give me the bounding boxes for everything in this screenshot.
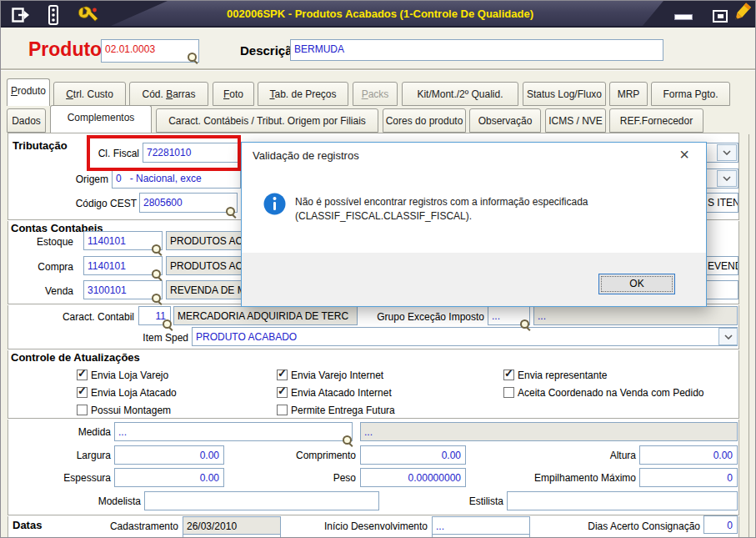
dias-acerto-field[interactable]: 0 (703, 515, 738, 534)
pencil-edit-icon[interactable] (731, 3, 753, 23)
checkbox-envia-loja-varejo[interactable]: ✓Envia Loja Varejo (77, 370, 168, 381)
compra-lookup-icon[interactable] (152, 269, 163, 280)
cest-field[interactable]: 2805600 (139, 193, 238, 213)
caract-lookup-icon[interactable] (163, 319, 173, 330)
espessura-field[interactable]: 0.00 (114, 468, 224, 487)
checkbox-envia-atacado-internet[interactable]: ✓Envia Atacado Internet (277, 387, 392, 399)
checkbox-label: Permite Entrega Futura (291, 405, 395, 416)
tab-tab-de-pre-os[interactable]: Tab. de Preços (258, 82, 348, 106)
section-divider (8, 515, 739, 515)
comprimento-field[interactable]: 0.00 (360, 445, 466, 465)
tab-foto[interactable]: Foto (213, 82, 254, 106)
right-edge-line (748, 134, 749, 537)
maximize-button[interactable] (713, 10, 728, 23)
minimize-button[interactable] (674, 14, 693, 20)
origem-field[interactable]: 0 - Nacional, exce (112, 168, 241, 189)
section-divider (8, 349, 739, 349)
comprimento-label: Comprimento (284, 450, 356, 461)
cest-lookup-icon[interactable] (226, 207, 237, 218)
tab-ctrl-custo[interactable]: Ctrl. Custo (53, 82, 126, 106)
checkbox-envia-varejo-internet[interactable]: ✓Envia Varejo Internet (277, 370, 383, 381)
tab-dados[interactable]: Dados (7, 108, 46, 133)
descricao-field[interactable]: BERMUDA (290, 39, 663, 61)
limite-pedido-field[interactable] (432, 534, 530, 538)
origem-combo[interactable] (705, 168, 738, 189)
tab-ref-fornecedor[interactable]: REF.Fornecedor (609, 108, 703, 133)
tab-status-log-fluxo[interactable]: Status Log/Fluxo (523, 82, 606, 106)
compra-code-field[interactable]: 1140101 (83, 256, 163, 275)
unchecked-box-icon[interactable] (503, 387, 514, 398)
wrench-icon[interactable] (78, 5, 99, 25)
largura-field[interactable]: 0.00 (114, 445, 224, 465)
traffic-light-icon[interactable] (43, 5, 64, 25)
checkbox-envia-representante[interactable]: ✓Envia representante (503, 370, 607, 381)
checkbox-permite-entrega-futura[interactable]: Permite Entrega Futura (277, 405, 395, 416)
section-controle: Controle de Atualizações (11, 351, 140, 364)
item-sped-select[interactable]: PRODUTO ACABADO (192, 327, 738, 346)
produto-lookup-icon[interactable] (188, 53, 198, 63)
para-transferencia-field[interactable]: 04/01/2017 (183, 534, 281, 538)
modelista-field[interactable] (144, 491, 379, 510)
empilhamento-label: Empilhamento Máximo (524, 472, 636, 484)
chevron-down-icon[interactable] (718, 328, 738, 345)
unchecked-box-icon[interactable] (77, 405, 88, 415)
tab-forma-pgto[interactable]: Forma Pgto. (651, 82, 730, 106)
chevron-down-icon[interactable] (717, 144, 737, 161)
exit-icon[interactable] (11, 5, 33, 25)
checked-box-icon[interactable]: ✓ (277, 370, 288, 380)
checkbox-possui-montagem[interactable]: Possui Montagem (77, 405, 171, 416)
tab-icms-nve[interactable]: ICMS / NVE (545, 108, 606, 133)
venda-lookup-icon[interactable] (152, 294, 163, 304)
dialog-title: Validação de registros (253, 149, 359, 162)
dias-acerto-label: Dias Acerto Consignação (576, 520, 700, 532)
checked-box-icon[interactable]: ✓ (77, 387, 88, 398)
unchecked-box-icon[interactable] (277, 405, 288, 415)
altura-label: Altura (598, 450, 636, 461)
section-datas: Datas (13, 519, 42, 531)
close-icon[interactable]: × (673, 144, 696, 164)
grupo-lookup-icon[interactable] (520, 319, 531, 330)
tab-mrp[interactable]: MRP (609, 82, 648, 106)
inicio-desenvolvimento-field[interactable]: ... (432, 516, 530, 535)
origem-label: Origem (54, 173, 108, 185)
tab-kit-mont-2-qualid[interactable]: Kit/Mont./2º Qualid. (402, 82, 518, 106)
checkbox-aceita-coordenado-na-venda-com-pedido[interactable]: Aceita Coordenado na Venda com Pedido (503, 387, 704, 399)
checked-box-icon[interactable]: ✓ (503, 370, 514, 380)
venda-label: Venda (22, 285, 73, 297)
checked-box-icon[interactable]: ✓ (77, 370, 88, 380)
medida-lookup-icon[interactable] (343, 435, 353, 446)
chevron-down-icon[interactable] (717, 170, 737, 187)
tab-caract-cont-beis-tribut-origem-por-filiais[interactable]: Caract. Contábeis / Tribut. Origem por F… (156, 108, 378, 133)
produto-code-field[interactable]: 02.01.0003 (101, 39, 199, 63)
estoque-code-field[interactable]: 1140101 (83, 231, 163, 250)
estilista-field[interactable] (507, 491, 738, 510)
validation-dialog: Validação de registros × Não é possível … (241, 142, 707, 307)
tab-complementos[interactable]: Complementos (50, 105, 152, 133)
medida-field[interactable]: ... (114, 422, 353, 441)
tab-produto[interactable]: Produto (7, 78, 50, 106)
highlight-annotation (87, 135, 241, 171)
checked-box-icon[interactable]: ✓ (277, 387, 288, 398)
tab-cores-do-produto[interactable]: Cores do produto (383, 108, 466, 133)
tab-c-d-barras[interactable]: Cód. Barras (129, 82, 208, 106)
info-icon (263, 193, 286, 215)
checkbox-label: Aceita Coordenado na Venda com Pedido (518, 387, 704, 399)
caract-contabil-label: Caract. Contabil (59, 311, 134, 323)
estoque-lookup-icon[interactable] (152, 244, 163, 255)
empilhamento-field[interactable]: 0 (639, 468, 738, 487)
venda-code-field[interactable]: 3100101 (83, 280, 163, 299)
tab-observa-o[interactable]: Observação (469, 108, 541, 133)
cadastramento-label: Cadastramento (103, 520, 178, 532)
titlebar: 002006SPK - Produtos Acabados (1-Control… (1, 1, 756, 28)
cest-label: Código CEST (51, 198, 137, 209)
peso-field[interactable]: 0.00000000 (360, 468, 466, 487)
checkbox-envia-loja-atacado[interactable]: ✓Envia Loja Atacado (77, 387, 177, 399)
checkbox-label: Envia Loja Atacado (91, 387, 177, 399)
checkbox-label: Possui Montagem (91, 405, 171, 416)
grupo-excecao-label: Grupo Exceção Imposto (373, 311, 484, 323)
altura-field[interactable]: 0.00 (639, 445, 738, 465)
ok-button[interactable]: OK (598, 274, 675, 294)
item-sped-label: Item Sped (134, 332, 188, 344)
estoque-label: Estoque (22, 236, 73, 248)
ncm-combo[interactable] (705, 143, 738, 163)
